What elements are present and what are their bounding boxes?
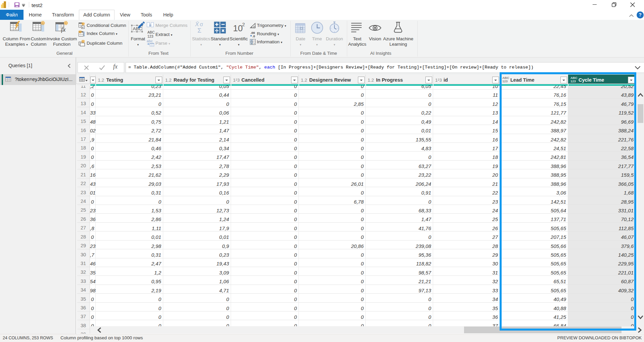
svg-text:ABC: ABC xyxy=(147,30,155,34)
svg-text:.0: .0 xyxy=(252,34,255,38)
svg-text:2: 2 xyxy=(242,22,245,27)
svg-text:10: 10 xyxy=(233,23,243,33)
svg-text:Σ: Σ xyxy=(197,27,201,34)
svg-text:123: 123 xyxy=(147,34,153,38)
svg-text:fx: fx xyxy=(61,26,66,33)
svg-text:≠: ≠ xyxy=(82,26,84,29)
svg-text:ABC: ABC xyxy=(133,26,142,31)
svg-text:abc: abc xyxy=(147,39,153,43)
svg-text:3: 3 xyxy=(83,35,84,37)
svg-text:3: 3 xyxy=(251,42,252,45)
svg-text:+: + xyxy=(254,42,255,45)
svg-text:1: 1 xyxy=(251,39,252,42)
svg-text:σ: σ xyxy=(200,22,203,27)
